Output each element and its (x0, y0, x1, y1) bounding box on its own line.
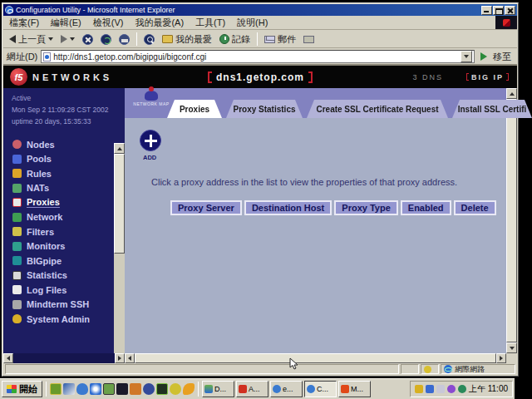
quicklaunch-icon[interactable] (50, 383, 62, 395)
sidebar-item-bigpipe[interactable]: BIGpipe (3, 254, 125, 268)
sidebar-item-rules[interactable]: Rules (3, 166, 125, 181)
print-button[interactable] (301, 35, 317, 44)
tab-create-ssl-certificate-request[interactable]: Create SSL Certificate Request (307, 100, 448, 118)
quicklaunch-icon[interactable] (143, 383, 155, 395)
quicklaunch-icon[interactable] (116, 383, 128, 395)
scroll-right-button[interactable] (496, 353, 506, 363)
quicklaunch-icon[interactable] (183, 383, 195, 395)
header-links: 3 DNS BIG IP (412, 73, 509, 81)
tab-install-ssl-certificate[interactable]: Install SSL Certifi (452, 100, 532, 118)
vertical-scrollbar[interactable] (506, 88, 517, 353)
favorites-button[interactable]: 我的最愛 (160, 32, 214, 47)
sidebar-item-nodes[interactable]: Nodes (3, 137, 125, 152)
instruction-text: Click a proxy address in the list to vie… (151, 177, 495, 187)
scroll-up-button[interactable] (506, 88, 517, 99)
taskbar-window-button[interactable]: M... (338, 381, 371, 397)
sidebar-item-monitors[interactable]: Monitors (3, 239, 125, 254)
quicklaunch-icon[interactable] (103, 383, 115, 395)
forward-button[interactable] (58, 34, 77, 44)
network-map-button[interactable]: NETWORK MAP (133, 91, 170, 106)
address-input[interactable]: http://dns1.getop.com/bigipgui/bigconf.c… (41, 50, 475, 63)
tray-icon[interactable] (447, 385, 456, 393)
sidebar-item-label: Filters (27, 227, 54, 237)
nats-icon (12, 184, 22, 193)
sidebar-scrollbar[interactable] (114, 143, 125, 353)
history-icon (219, 34, 229, 44)
sidebar-item-nats[interactable]: NATs (3, 181, 125, 196)
sidebar-item-statistics[interactable]: Statistics (3, 268, 125, 283)
history-button[interactable]: 記錄 (217, 32, 253, 47)
menu-tools[interactable]: 工具(T) (190, 16, 231, 30)
scrollbar-thumb[interactable] (506, 99, 517, 342)
tray-icon[interactable] (426, 385, 434, 393)
tab-proxies[interactable]: Proxies (167, 100, 222, 118)
tab-proxy-statistics[interactable]: Proxy Statistics (226, 100, 303, 118)
quicklaunch-icon[interactable] (170, 383, 181, 395)
menu-file[interactable]: 檔案(F) (3, 16, 45, 30)
app-icon (273, 385, 281, 393)
menu-view[interactable]: 檢視(V) (87, 16, 130, 30)
scrollbar-thumb[interactable] (114, 154, 125, 254)
scroll-left-button[interactable] (3, 353, 13, 363)
hostname: dns1.getop.com (216, 71, 304, 83)
quicklaunch-icon[interactable] (63, 383, 75, 395)
sidebar-item-log-files[interactable]: Log Files (3, 283, 125, 298)
minimize-button[interactable] (481, 6, 492, 15)
sidebar-item-filters[interactable]: Filters (3, 224, 125, 239)
horizontal-scrollbar[interactable] (125, 353, 506, 363)
tray-icon[interactable] (458, 385, 466, 393)
go-button[interactable]: 移至 (478, 51, 514, 63)
start-label: 開始 (19, 383, 37, 396)
menu-help[interactable]: 說明(H) (231, 16, 273, 30)
sidebar-item-system-admin[interactable]: System Admin (3, 312, 125, 327)
scroll-left-button[interactable] (125, 353, 135, 363)
link-bigip[interactable]: BIG IP (466, 73, 509, 81)
taskbar-window-button[interactable]: e... (270, 381, 303, 397)
sidebar-item-proxies[interactable]: Proxies (3, 195, 125, 210)
sidebar-horizontal-scrollbar[interactable] (3, 353, 125, 363)
quicklaunch-icon[interactable] (90, 383, 101, 395)
sidebar-item-label: Network (27, 212, 62, 222)
tab-panel-column: NETWORK MAP Proxies Proxy Statistics Cre… (125, 88, 506, 353)
add-button-label: ADD (143, 154, 156, 161)
maximize-button[interactable] (493, 6, 504, 15)
scroll-up-button[interactable] (114, 143, 125, 154)
start-button[interactable]: 開始 (2, 381, 42, 397)
quicklaunch-icon[interactable] (76, 383, 88, 395)
sidebar-item-network[interactable]: Network (3, 210, 125, 225)
scrollbar-thumb[interactable] (135, 353, 496, 363)
history-label: 記錄 (232, 33, 250, 46)
sidebar-item-label: Rules (27, 169, 52, 179)
tray-icon[interactable] (436, 385, 445, 393)
column-header-destination-host: Destination Host (244, 200, 332, 215)
sidebar-item-mindterm-ssh[interactable]: Mindterm SSH (3, 298, 125, 313)
mail-button[interactable]: 郵件 (262, 32, 298, 47)
link-3dns[interactable]: 3 DNS (412, 73, 443, 81)
title-bar[interactable]: Configuration Utility - Microsoft Intern… (3, 4, 517, 16)
bracket-left-icon (208, 71, 212, 83)
refresh-button[interactable] (98, 33, 114, 46)
taskbar-window-button[interactable]: D... (202, 381, 234, 397)
back-button[interactable]: 上一頁 (7, 32, 56, 47)
tray-icon[interactable] (415, 385, 423, 393)
stop-button[interactable] (80, 33, 96, 46)
toolbar-separator (257, 32, 258, 46)
quicklaunch-icon[interactable] (156, 383, 168, 395)
sidebar-item-pools[interactable]: Pools (3, 152, 125, 167)
address-dropdown-button[interactable] (461, 51, 472, 62)
taskbar-window-button[interactable]: A... (236, 381, 268, 397)
proxies-icon (12, 198, 22, 207)
home-button[interactable] (116, 33, 132, 46)
scroll-down-button[interactable] (506, 342, 517, 353)
address-url[interactable]: http://dns1.getop.com/bigipgui/bigconf.c… (53, 52, 458, 62)
search-button[interactable] (141, 33, 157, 46)
menu-edit[interactable]: 編輯(E) (45, 16, 87, 30)
menu-favorites[interactable]: 我的最愛(A) (129, 16, 190, 30)
close-button[interactable] (505, 6, 515, 15)
taskbar-window-button-active[interactable]: C... (304, 381, 337, 397)
forward-dropdown-icon[interactable] (70, 37, 75, 41)
scroll-right-button[interactable] (115, 353, 125, 363)
add-button[interactable] (140, 130, 161, 151)
quicklaunch-icon[interactable] (130, 383, 141, 395)
back-dropdown-icon[interactable] (48, 37, 53, 41)
